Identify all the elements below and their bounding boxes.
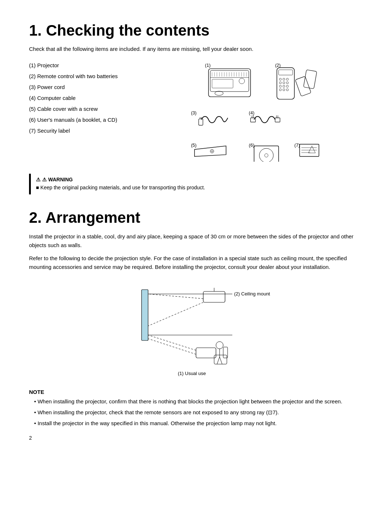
section2-para2: Refer to the following to decide the pro… (29, 254, 363, 271)
list-item-6: (6) User's manuals (a booklet, a CD) (29, 114, 138, 125)
section1-intro: Check that all the following items are i… (29, 45, 363, 53)
arrangement-diagram-svg: (2) Ceiling mount (1) Usual use (131, 279, 283, 380)
svg-point-34 (283, 81, 285, 84)
svg-point-33 (279, 81, 282, 84)
warning-icon: ⚠ (36, 177, 41, 182)
items-diagram-svg: (1) (2) (3) (4) (5) (6) (7) (145, 60, 363, 162)
svg-point-39 (279, 89, 282, 91)
svg-text:(1) Usual use: (1) Usual use (178, 371, 206, 376)
svg-rect-48 (275, 118, 280, 122)
list-item-3: (3) Power cord (29, 82, 138, 93)
arrangement-diagram: (2) Ceiling mount (1) Usual use (51, 279, 363, 382)
svg-point-12 (215, 91, 223, 95)
svg-text:(6): (6) (249, 143, 254, 148)
items-list: (1) Projector (2) Remote control with tw… (29, 60, 138, 163)
list-item-2: (2) Remote control with two batteries (29, 71, 138, 82)
svg-point-41 (286, 89, 289, 91)
svg-rect-8 (210, 70, 249, 91)
svg-rect-29 (279, 70, 293, 75)
svg-point-31 (283, 78, 285, 80)
svg-point-35 (286, 81, 289, 84)
note-title: NOTE (29, 389, 363, 395)
list-item-7: (7) Security label (29, 125, 138, 136)
svg-rect-67 (203, 291, 225, 302)
svg-rect-60 (300, 144, 319, 156)
svg-point-38 (286, 85, 289, 87)
svg-text:(1): (1) (205, 63, 211, 68)
svg-point-58 (259, 148, 273, 162)
section2-title: 2. Arrangement (29, 209, 363, 226)
svg-rect-43 (303, 69, 317, 89)
svg-point-36 (279, 85, 282, 87)
svg-point-59 (265, 153, 268, 157)
svg-text:(7): (7) (294, 143, 300, 148)
svg-text:(2): (2) (275, 63, 281, 68)
svg-line-71 (148, 302, 203, 326)
items-diagram: (1) (2) (3) (4) (5) (6) (7) (145, 60, 363, 163)
svg-rect-7 (208, 69, 250, 97)
note-section: NOTE • When installing the projector, co… (29, 389, 363, 428)
section2: 2. Arrangement Install the projector in … (29, 209, 363, 441)
section1-layout: (1) Projector (2) Remote control with tw… (29, 60, 363, 163)
svg-rect-44 (199, 119, 203, 125)
svg-point-11 (239, 78, 244, 84)
svg-point-30 (279, 78, 282, 80)
svg-point-40 (283, 89, 285, 91)
svg-rect-65 (142, 290, 148, 340)
warning-box: ⚠ ⚠ WARNING ■ Keep the original packing … (29, 174, 363, 194)
svg-text:(5): (5) (191, 143, 196, 148)
svg-rect-73 (196, 348, 216, 358)
svg-rect-10 (212, 79, 233, 88)
note-item-1: • When installing the projector, confirm… (34, 397, 363, 406)
section1-title: 1. Checking the contents (29, 22, 363, 39)
svg-text:(3): (3) (191, 110, 196, 115)
svg-point-37 (283, 85, 285, 87)
warning-title: ⚠ ⚠ WARNING (36, 177, 358, 182)
svg-point-32 (286, 78, 289, 80)
note-item-3: • Install the projector in the way speci… (34, 419, 363, 428)
page-number: 2 (29, 435, 363, 441)
list-item-5: (5) Cable cover with a screw (29, 104, 138, 114)
note-item-2: • When installing the projector, check t… (34, 408, 363, 417)
svg-text:(4): (4) (249, 110, 254, 115)
svg-point-76 (216, 342, 223, 349)
warning-text: ■ Keep the original packing materials, a… (36, 184, 358, 192)
svg-line-80 (148, 335, 196, 350)
list-item-4: (4) Computer cable (29, 93, 138, 104)
section2-para1: Install the projector in a stable, cool,… (29, 232, 363, 250)
svg-line-78 (217, 357, 220, 364)
svg-text:(2) Ceiling mount: (2) Ceiling mount (234, 291, 270, 297)
list-item-1: (1) Projector (29, 60, 138, 71)
svg-marker-64 (309, 146, 315, 153)
svg-line-81 (148, 339, 196, 354)
svg-line-70 (148, 294, 203, 299)
svg-line-79 (220, 357, 222, 364)
svg-rect-42 (295, 76, 311, 96)
